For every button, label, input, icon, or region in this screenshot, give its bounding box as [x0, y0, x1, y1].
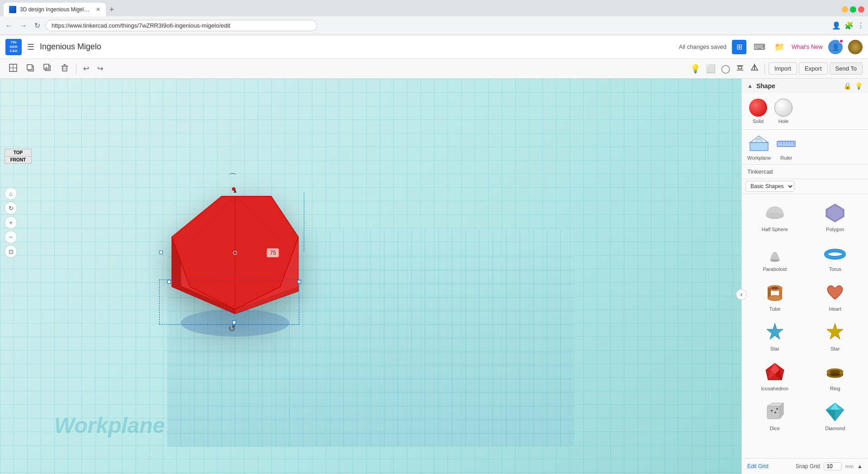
lock-icon[interactable]: 🔒 [844, 82, 851, 90]
shape-item-tube[interactable]: Tube [745, 277, 804, 315]
panel-scroll-arrow[interactable]: › [736, 289, 747, 300]
import-button[interactable]: Import [769, 62, 797, 75]
view-top[interactable]: TOP [5, 149, 32, 156]
snap-arrow[interactable]: ▲ [857, 463, 863, 469]
torus-thumb [823, 241, 847, 265]
shape-item-ring[interactable]: Ring [806, 357, 865, 395]
selection-handle-ml[interactable] [159, 251, 163, 254]
minimize-button[interactable] [842, 6, 848, 13]
code-view-button[interactable]: ⌨ [752, 40, 767, 54]
grid-view-button[interactable]: ⊞ [732, 40, 746, 54]
shape-3d[interactable]: 75 ⌒ ↺ [145, 169, 335, 361]
selection-handle-top[interactable] [232, 187, 236, 191]
edit-grid-label[interactable]: Edit Grid [747, 463, 769, 469]
shape-panel: ▲ Shape 🔒 💡 Solid Hole [742, 79, 868, 130]
zoom-out-button[interactable]: − [5, 231, 17, 243]
save-status: All changes saved [679, 43, 727, 50]
svg-point-86 [766, 213, 784, 218]
new-tab-button[interactable]: + [106, 5, 118, 14]
tab-title: 3D design Ingenious Migelo | Ti... [20, 6, 92, 13]
extensions-icon: 🧩 [844, 21, 854, 30]
shape-item-icosahedron[interactable]: Icosahedron [745, 357, 804, 395]
undo-button[interactable]: ↩ [80, 62, 92, 75]
rotate-handle-top[interactable]: ⌒ [228, 171, 237, 184]
copy-button[interactable] [23, 61, 38, 76]
view-cube[interactable]: TOP FRONT [5, 149, 32, 164]
panel-title: Shape [756, 82, 840, 90]
star-gold-label: Star [830, 346, 840, 351]
solid-label: Solid [753, 118, 764, 124]
svg-marker-77 [755, 139, 763, 142]
ring-thumb [823, 360, 847, 384]
zoom-fit-button[interactable]: ⊡ [5, 245, 17, 258]
shape-item-star-gold[interactable]: Star [806, 317, 865, 355]
shape-item-torus[interactable]: Torus [806, 237, 865, 275]
shape-item-paraboloid[interactable]: Paraboloid [745, 237, 804, 275]
selection-handle-tr[interactable] [297, 280, 301, 284]
light-bulb-icon[interactable]: 💡 [689, 62, 702, 76]
refresh-button[interactable]: ↻ [33, 19, 42, 32]
duplicate-button[interactable] [40, 61, 55, 76]
send-to-button[interactable]: Send To [830, 62, 863, 75]
provider-label: Tinkercad [747, 168, 863, 175]
solid-option[interactable]: Solid [749, 99, 767, 124]
polygon-thumb [823, 201, 847, 225]
new-shape-button[interactable] [5, 61, 21, 76]
sphere-icon[interactable]: ◯ [719, 62, 732, 76]
viewport[interactable]: Workplane [0, 79, 741, 474]
shapes-grid: Half Sphere Polygon [742, 194, 868, 438]
hole-circle [774, 99, 793, 117]
icosahedron-label: Icosahedron [761, 386, 788, 391]
half-sphere-label: Half Sphere [762, 227, 788, 232]
forward-button[interactable]: → [18, 20, 29, 32]
workplane-item[interactable]: Workplane [747, 133, 771, 161]
browser-chrome: 3D design Ingenious Migelo | Ti... ✕ + ←… [0, 0, 868, 35]
tab[interactable]: 3D design Ingenious Migelo | Ti... ✕ [4, 3, 106, 16]
notification-user[interactable]: 👤 [828, 40, 843, 54]
shape-item-diamond[interactable]: Diamond [806, 397, 865, 435]
align-icon[interactable] [734, 61, 746, 76]
selection-handle-tl[interactable] [167, 280, 171, 284]
whats-new-button[interactable]: What's New [792, 43, 823, 50]
avatar[interactable] [848, 40, 863, 54]
close-button[interactable] [858, 6, 864, 13]
ruler-label: Ruler [780, 155, 792, 161]
menu-icon[interactable]: ☰ [27, 42, 34, 52]
shape-panel-header[interactable]: ▲ Shape 🔒 💡 [742, 79, 868, 93]
rotate-view-button[interactable]: ↻ [5, 202, 17, 214]
box-icon[interactable]: ⬜ [704, 62, 717, 76]
rotate-handle-bottom[interactable]: ↺ [228, 323, 236, 334]
shape-item-dice[interactable]: Dice [745, 397, 804, 435]
snap-value-input[interactable] [824, 462, 842, 470]
shape-item-star-blue[interactable]: Star [745, 317, 804, 355]
delete-button[interactable] [57, 61, 72, 76]
tab-close[interactable]: ✕ [96, 6, 100, 13]
ring-label: Ring [830, 386, 840, 391]
snap-unit-label: mm [845, 464, 854, 469]
window-controls [842, 6, 868, 13]
back-button[interactable]: ← [4, 20, 14, 32]
redo-button[interactable]: ↪ [94, 62, 106, 75]
shape-item-half-sphere[interactable]: Half Sphere [745, 198, 804, 236]
hole-option[interactable]: Hole [774, 99, 793, 124]
paraboloid-thumb [763, 241, 787, 265]
tinkercad-logo[interactable]: TIN KER CAD [5, 39, 22, 55]
address-bar[interactable] [46, 20, 317, 31]
mirror-icon[interactable] [748, 61, 761, 76]
ruler-item[interactable]: Ruler [774, 133, 798, 161]
zoom-in-button[interactable]: + [5, 216, 17, 229]
address-bar-row: ← → ↻ 👤 🧩 ⋮ [0, 16, 868, 35]
home-view-button[interactable]: ⌂ [5, 187, 17, 200]
export-button[interactable]: Export [799, 62, 828, 75]
torus-label: Torus [829, 266, 841, 272]
light-icon[interactable]: 💡 [855, 82, 863, 90]
svg-point-106 [830, 373, 840, 376]
shape-item-heart[interactable]: Heart [806, 277, 865, 315]
heart-label: Heart [829, 306, 841, 312]
folder-button[interactable]: 📁 [773, 40, 786, 54]
view-front[interactable]: FRONT [5, 156, 32, 164]
svg-rect-74 [750, 142, 768, 151]
maximize-button[interactable] [850, 6, 856, 13]
category-dropdown[interactable]: Basic Shapes [745, 181, 794, 192]
shape-item-polygon[interactable]: Polygon [806, 198, 865, 236]
